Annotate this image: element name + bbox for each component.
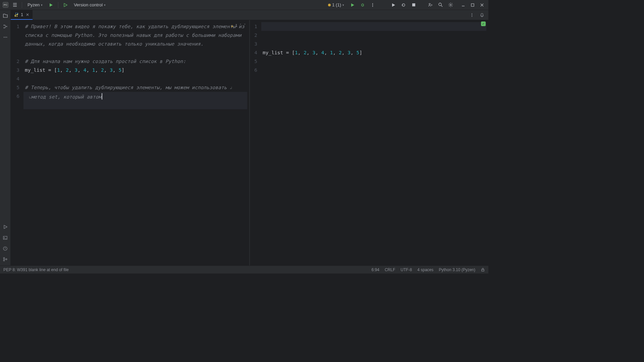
minimize-icon[interactable] bbox=[460, 1, 467, 9]
svg-point-20 bbox=[472, 13, 472, 14]
version-control-widget[interactable]: Version control ▾ bbox=[72, 2, 108, 8]
settings-icon[interactable] bbox=[447, 1, 454, 9]
debug-button[interactable] bbox=[62, 1, 69, 9]
run-config-selector[interactable]: Pyzen ▾ bbox=[25, 2, 45, 8]
status-indent[interactable]: 4 spaces bbox=[417, 267, 433, 272]
version-control-label: Version control bbox=[74, 2, 103, 7]
chevron-down-icon: ▾ bbox=[342, 3, 344, 7]
more-tools-icon[interactable] bbox=[2, 34, 9, 41]
run-stats-widget[interactable]: 1 (1) ▾ bbox=[326, 2, 346, 8]
code-line: my_list = [1, 2, 3, 4, 1, 2, 3, 5] bbox=[263, 48, 486, 57]
code-line: # Теперь, чтобы удалить дублирующиеся эл… bbox=[25, 85, 230, 90]
project-icon[interactable] bbox=[2, 12, 9, 19]
main-menu-icon[interactable] bbox=[11, 1, 18, 9]
code-line: # Для начала нам нужно создать простой с… bbox=[25, 59, 186, 64]
svg-point-14 bbox=[6, 37, 7, 38]
svg-point-21 bbox=[472, 14, 472, 15]
svg-point-13 bbox=[5, 37, 5, 38]
chevron-down-icon: ▾ bbox=[41, 3, 43, 7]
bug-icon[interactable] bbox=[359, 1, 366, 9]
run-config-label: Pyzen bbox=[28, 2, 40, 7]
app-icon: PC bbox=[3, 2, 8, 8]
svg-rect-8 bbox=[471, 4, 474, 6]
code-right[interactable]: my_list = [1, 2, 3, 4, 1, 2, 3, 5] ✓ bbox=[261, 20, 488, 265]
code-left[interactable]: # Привет! В этом видео я покажу тебе, ка… bbox=[23, 20, 249, 265]
editor-zone: 1 ✕ 1 2 3 4 5 bbox=[11, 10, 488, 265]
python-file-icon bbox=[14, 12, 19, 17]
tool-rail-left bbox=[0, 10, 11, 265]
status-dot-icon bbox=[328, 4, 331, 6]
run-tool-icon[interactable] bbox=[2, 223, 9, 231]
svg-point-18 bbox=[3, 260, 5, 261]
code-line: # Привет! В этом видео я покажу тебе, ка… bbox=[25, 24, 247, 47]
tab-file-1[interactable]: 1 ✕ bbox=[11, 10, 33, 20]
editor-split: 1 2 3 4 5 6 # Привет! В этом видео я пок… bbox=[11, 20, 488, 265]
tab-close-icon[interactable]: ✕ bbox=[25, 12, 30, 17]
main-area: 1 ✕ 1 2 3 4 5 bbox=[0, 10, 488, 265]
play-icon[interactable] bbox=[390, 1, 397, 9]
maximize-icon[interactable] bbox=[469, 1, 476, 9]
search-icon[interactable] bbox=[437, 1, 444, 9]
wrap-arrow-icon: ↳ bbox=[29, 95, 31, 100]
text-caret bbox=[102, 93, 102, 100]
gutter-left: 1 2 3 4 5 6 bbox=[11, 20, 23, 265]
wrap-arrow-icon: ↲ bbox=[230, 86, 232, 90]
svg-point-1 bbox=[372, 3, 373, 4]
svg-rect-15 bbox=[3, 236, 7, 239]
svg-rect-4 bbox=[412, 3, 415, 6]
run-stats-label: 1 (1) bbox=[332, 2, 341, 7]
status-interpreter[interactable]: Python 3.10 (Pyzen) bbox=[439, 267, 475, 272]
structure-icon[interactable] bbox=[2, 23, 9, 30]
code-line: my_list = [1, 2, 3, 4, 1, 2, 3, 5] bbox=[25, 66, 247, 74]
rerun-icon[interactable] bbox=[400, 1, 407, 9]
status-caret-pos[interactable]: 6:94 bbox=[372, 267, 379, 272]
svg-point-3 bbox=[372, 6, 373, 6]
run-button[interactable] bbox=[47, 1, 55, 9]
vcs-tool-icon[interactable] bbox=[2, 255, 9, 263]
svg-point-6 bbox=[439, 3, 441, 6]
svg-point-0 bbox=[362, 4, 364, 6]
svg-point-19 bbox=[6, 258, 7, 260]
status-hint[interactable]: PEP 8: W391 blank line at end of file bbox=[3, 267, 69, 272]
svg-point-7 bbox=[450, 4, 451, 6]
titlebar: PC Pyzen ▾ Version control ▾ 1 (1) ▾ bbox=[0, 0, 488, 10]
tab-more-icon[interactable] bbox=[468, 11, 476, 19]
tabbar: 1 ✕ bbox=[11, 10, 488, 20]
chevron-down-icon: ▾ bbox=[104, 3, 106, 7]
statusbar: PEP 8: W391 blank line at end of file 6:… bbox=[0, 265, 488, 274]
svg-point-17 bbox=[3, 257, 5, 259]
close-icon[interactable] bbox=[478, 1, 486, 9]
svg-point-5 bbox=[429, 3, 430, 5]
problems-icon[interactable] bbox=[2, 245, 9, 252]
terminal-icon[interactable] bbox=[2, 234, 9, 241]
editor-pane-right[interactable]: 1 2 3 4 5 6 my_list = [1, 2, 3, 4, 1, 2,… bbox=[249, 20, 488, 265]
code-with-me-icon[interactable] bbox=[427, 1, 434, 9]
status-lock-icon[interactable] bbox=[481, 267, 485, 272]
svg-rect-23 bbox=[482, 269, 484, 271]
svg-point-2 bbox=[372, 4, 373, 5]
svg-point-22 bbox=[472, 16, 472, 16]
editor-pane-left[interactable]: 1 2 3 4 5 6 # Привет! В этом видео я пок… bbox=[11, 20, 249, 265]
more-icon[interactable] bbox=[369, 1, 376, 9]
tab-label: 1 bbox=[21, 12, 23, 17]
svg-point-12 bbox=[3, 37, 4, 38]
gutter-right: 1 2 3 4 5 6 bbox=[250, 20, 261, 265]
code-line: метод set, который автом bbox=[31, 94, 102, 100]
notifications-icon[interactable] bbox=[478, 11, 486, 19]
run-button-2[interactable] bbox=[349, 1, 356, 9]
stop-icon[interactable] bbox=[410, 1, 417, 9]
status-encoding[interactable]: UTF-8 bbox=[400, 267, 412, 272]
status-line-ending[interactable]: CRLF bbox=[385, 267, 395, 272]
